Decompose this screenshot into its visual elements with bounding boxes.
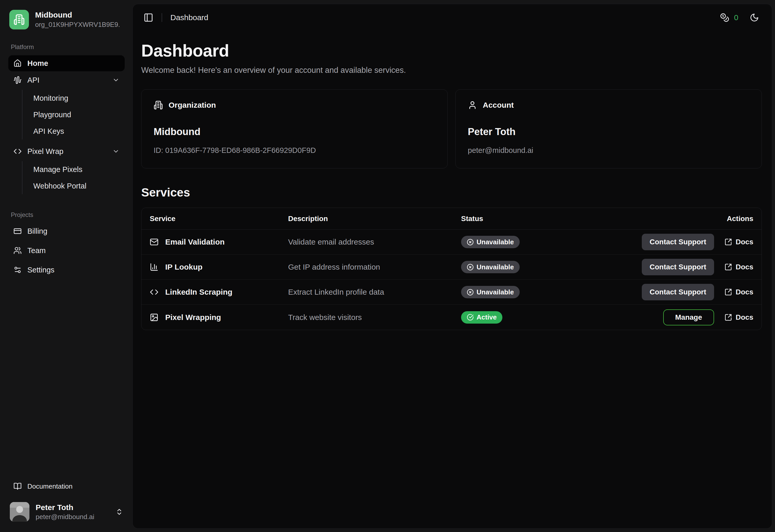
docs-label: Docs (736, 263, 753, 271)
code-icon (13, 147, 22, 155)
sidebar-item-label: Settings (27, 266, 54, 274)
org-name: Midbound (35, 11, 120, 19)
external-link-icon (724, 263, 732, 271)
credits-indicator[interactable]: 0 (720, 13, 738, 22)
external-link-icon (724, 238, 732, 246)
sidebar-item-label: Pixel Wrap (27, 147, 63, 156)
external-link-icon (724, 314, 732, 321)
status-badge: Unavailable (461, 286, 520, 298)
sidebar-toggle-button[interactable] (143, 13, 153, 22)
circle-check-icon (467, 314, 474, 321)
account-card-title: Account (483, 101, 514, 109)
page-title: Dashboard (141, 41, 762, 60)
credits-value: 0 (734, 13, 738, 22)
contact-support-button[interactable]: Contact Support (642, 284, 714, 300)
account-email: peter@midbound.ai (468, 146, 749, 155)
table-row-linkedin-scraping: LinkedIn Scraping Extract LinkedIn profi… (141, 280, 762, 305)
user-meta: Peter Toth peter@midbound.ai (36, 503, 94, 521)
actions-cell: Contact Support Docs (632, 259, 753, 275)
topbar: Dashboard 0 (133, 4, 772, 31)
column-header-status: Status (461, 214, 632, 223)
organization-card-title: Organization (169, 101, 216, 109)
org-logo-icon (9, 10, 29, 29)
status-label: Unavailable (477, 288, 514, 296)
docs-label: Docs (736, 238, 753, 246)
docs-label: Docs (736, 313, 753, 322)
sidebar-item-label: API (27, 76, 39, 84)
sidebar-item-webhook-portal[interactable]: Webhook Portal (22, 178, 125, 194)
sidebar-item-team[interactable]: Team (8, 242, 125, 258)
sidebar-item-settings[interactable]: Settings (8, 262, 125, 278)
contact-support-button[interactable]: Contact Support (642, 234, 714, 250)
sidebar-item-billing[interactable]: Billing (8, 223, 125, 239)
sliders-icon (13, 266, 22, 274)
actions-cell: Contact Support Docs (632, 234, 753, 250)
sidebar-item-pixel-wrap[interactable]: Pixel Wrap (8, 143, 125, 159)
service-cell: Email Validation (150, 237, 288, 246)
docs-link[interactable]: Docs (724, 263, 753, 271)
service-description: Extract LinkedIn profile data (288, 288, 461, 297)
organization-card-header: Organization (154, 100, 435, 110)
user-name: Peter Toth (36, 503, 94, 512)
platform-nav: Home API Monitoring Playground API Keys … (8, 55, 125, 197)
users-icon (13, 246, 22, 254)
user-menu[interactable]: Peter Toth peter@midbound.ai (8, 502, 125, 522)
column-header-description: Description (288, 214, 461, 223)
manage-button[interactable]: Manage (663, 310, 714, 326)
section-label-platform: Platform (11, 43, 125, 51)
chevrons-up-down-icon (115, 508, 123, 516)
status-label: Unavailable (477, 238, 514, 246)
api-subnav: Monitoring Playground API Keys (22, 90, 125, 139)
sidebar-footer: Documentation Peter Toth peter@midbound.… (8, 478, 125, 522)
building-icon (154, 100, 163, 110)
breadcrumb: Dashboard (170, 13, 208, 22)
docs-link[interactable]: Docs (724, 313, 753, 322)
sidebar-item-api-keys[interactable]: API Keys (22, 123, 125, 139)
avatar (10, 502, 29, 522)
pixel-wrap-subnav: Manage Pixels Webhook Portal (22, 161, 125, 194)
topbar-right: 0 (720, 13, 759, 22)
org-id: org_01K9HPYXWRV1B9E9... (35, 21, 120, 29)
coins-icon (720, 13, 729, 22)
sidebar-item-documentation[interactable]: Documentation (8, 478, 125, 494)
image-icon (150, 313, 158, 322)
docs-link[interactable]: Docs (724, 238, 753, 246)
service-cell: Pixel Wrapping (150, 313, 288, 322)
status-badge: Unavailable (461, 261, 520, 273)
sidebar-item-playground[interactable]: Playground (22, 106, 125, 123)
sidebar-item-manage-pixels[interactable]: Manage Pixels (22, 161, 125, 178)
sidebar-item-label: Billing (27, 227, 47, 235)
services-table: Service Description Status Actions Email… (141, 208, 762, 330)
organization-id: ID: 019A636F-7798-ED68-986B-2F66929D0F9D (154, 146, 435, 155)
chevron-down-icon (112, 148, 119, 155)
topbar-divider (162, 13, 162, 22)
mail-icon (150, 237, 158, 246)
panel-left-icon (143, 13, 153, 22)
account-name: Peter Toth (468, 126, 749, 137)
sidebar-item-api[interactable]: API (8, 72, 125, 88)
section-label-projects: Projects (11, 211, 125, 218)
service-name: Pixel Wrapping (165, 313, 221, 322)
docs-link[interactable]: Docs (724, 288, 753, 296)
summary-cards: Organization Midbound ID: 019A636F-7798-… (141, 89, 762, 168)
org-meta: Midbound org_01K9HPYXWRV1B9E9... (35, 11, 120, 29)
user-icon (468, 100, 477, 110)
organization-name: Midbound (154, 126, 435, 137)
sidebar-item-home[interactable]: Home (8, 55, 125, 71)
organization-card: Organization Midbound ID: 019A636F-7798-… (141, 89, 448, 168)
main-panel: Dashboard 0 D (132, 4, 772, 529)
service-name: Email Validation (165, 237, 225, 246)
code-icon (150, 288, 158, 297)
service-name: LinkedIn Scraping (165, 288, 232, 297)
services-heading: Services (141, 185, 762, 199)
theme-toggle-button[interactable] (750, 13, 759, 22)
table-row-ip-lookup: IP Lookup Get IP address information Una… (141, 254, 762, 280)
sidebar: Midbound org_01K9HPYXWRV1B9E9... Platfor… (0, 0, 132, 532)
org-switcher[interactable]: Midbound org_01K9HPYXWRV1B9E9... (8, 10, 125, 29)
contact-support-button[interactable]: Contact Support (642, 259, 714, 275)
user-email: peter@midbound.ai (36, 513, 94, 521)
moon-icon (750, 13, 759, 22)
sidebar-item-monitoring[interactable]: Monitoring (22, 90, 125, 106)
chevron-down-icon (112, 76, 119, 84)
actions-cell: Contact Support Docs (632, 284, 753, 300)
